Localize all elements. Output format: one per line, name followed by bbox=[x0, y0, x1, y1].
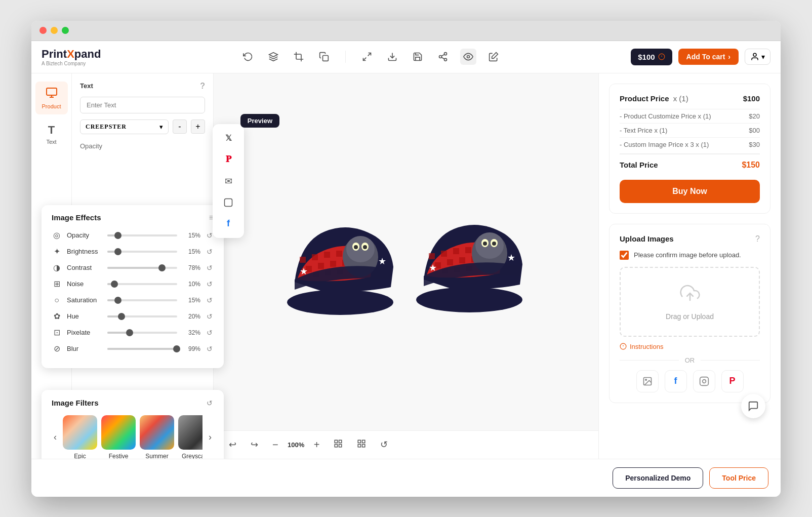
font-decrease-button[interactable]: - bbox=[173, 120, 187, 134]
redo-button[interactable]: ↪ bbox=[248, 436, 261, 453]
svg-rect-22 bbox=[312, 254, 318, 260]
chat-fab[interactable] bbox=[741, 394, 765, 418]
instructions-text: Instructions bbox=[630, 343, 663, 350]
zoom-out-button[interactable]: − bbox=[269, 436, 281, 454]
slider-pixelate[interactable] bbox=[107, 332, 177, 334]
svg-line-2 bbox=[368, 53, 371, 56]
browser-window: PrintXpand A Biztech Company bbox=[31, 21, 781, 497]
instagram-upload-button[interactable] bbox=[693, 370, 715, 392]
svg-rect-48 bbox=[447, 259, 453, 265]
duplicate-button[interactable] bbox=[316, 49, 332, 65]
filter-greyscale[interactable]: Greyscale bbox=[178, 415, 202, 459]
filter-label-festive: Festive bbox=[109, 453, 129, 459]
copy-link-button[interactable] bbox=[218, 194, 239, 211]
price-row: - Text Price x (1) $00 bbox=[620, 123, 760, 137]
sidebar-item-product[interactable]: Product bbox=[35, 82, 68, 114]
download-button[interactable] bbox=[384, 49, 400, 65]
close-button[interactable] bbox=[39, 27, 47, 34]
text-input[interactable] bbox=[80, 97, 205, 113]
reset-hue-button[interactable]: ↺ bbox=[206, 311, 214, 322]
help-icon[interactable]: ? bbox=[200, 82, 205, 91]
reset-saturation-button[interactable]: ↺ bbox=[206, 295, 214, 305]
pinterest-share-button[interactable]: 𝐏 bbox=[218, 150, 239, 169]
slider-blur[interactable] bbox=[107, 348, 177, 350]
upload-dropzone[interactable]: Drag or Upload bbox=[620, 267, 760, 337]
reset-brightness-button[interactable]: ↺ bbox=[206, 247, 214, 257]
svg-point-10 bbox=[467, 56, 470, 58]
filter-epic[interactable]: Epic bbox=[63, 415, 97, 459]
social-share-popup: 𝕏 𝐏 ✉ f bbox=[213, 124, 244, 238]
tool-price-button[interactable]: Tool Price bbox=[709, 467, 768, 489]
arrow-right-icon: › bbox=[728, 53, 730, 61]
svg-rect-70 bbox=[362, 444, 365, 447]
share-button[interactable] bbox=[435, 49, 451, 65]
filter-festive[interactable]: Festive bbox=[101, 415, 136, 459]
effect-label-pixelate: Pixelate bbox=[67, 329, 102, 336]
value-saturation: 15% bbox=[182, 297, 200, 304]
fill-button[interactable] bbox=[485, 49, 502, 65]
svg-point-57 bbox=[475, 232, 504, 259]
reset-contrast-button[interactable]: ↺ bbox=[206, 263, 214, 273]
buy-now-button[interactable]: Buy Now bbox=[620, 180, 760, 203]
total-label: Total Price bbox=[620, 161, 658, 169]
slider-saturation[interactable] bbox=[107, 299, 177, 301]
reset-pixelate-button[interactable]: ↺ bbox=[206, 328, 214, 338]
slider-hue[interactable] bbox=[107, 315, 177, 317]
save-button[interactable] bbox=[410, 49, 426, 65]
value-contrast: 78% bbox=[182, 264, 200, 271]
effect-row-blur: ⊘ Blur 99% ↺ bbox=[52, 344, 214, 354]
add-to-cart-button[interactable]: Add To cart › bbox=[678, 49, 739, 65]
reset-noise-button[interactable]: ↺ bbox=[206, 279, 214, 289]
slider-noise[interactable] bbox=[107, 283, 177, 285]
upload-help-icon[interactable]: ? bbox=[755, 234, 760, 244]
twitter-share-button[interactable]: 𝕏 bbox=[218, 129, 239, 147]
expand-button[interactable] bbox=[359, 49, 375, 65]
product-label: Product bbox=[42, 103, 61, 109]
font-increase-button[interactable]: + bbox=[191, 120, 205, 134]
pinterest-upload-button[interactable]: P bbox=[721, 370, 744, 392]
reset-blur-button[interactable]: ↺ bbox=[206, 344, 214, 354]
facebook-upload-button[interactable]: f bbox=[665, 370, 687, 392]
personalized-demo-button[interactable]: Personalized Demo bbox=[613, 467, 703, 489]
filter-summer[interactable]: Summer bbox=[140, 415, 174, 459]
preview-tooltip: Preview bbox=[240, 114, 279, 128]
filters-reset-button[interactable]: ↺ bbox=[206, 398, 214, 408]
svg-rect-64 bbox=[335, 440, 338, 443]
app-content: PrintXpand A Biztech Company bbox=[31, 41, 781, 497]
svg-point-38 bbox=[354, 245, 358, 249]
minimize-button[interactable] bbox=[51, 27, 58, 34]
slider-brightness[interactable] bbox=[107, 251, 177, 253]
rotate-left-button[interactable] bbox=[240, 49, 256, 65]
font-dropdown[interactable]: CREEPSTER ▾ bbox=[80, 120, 169, 134]
crop-button[interactable] bbox=[291, 49, 307, 65]
instructions-link[interactable]: Instructions bbox=[620, 343, 760, 350]
user-menu-button[interactable]: ▾ bbox=[745, 49, 770, 65]
maximize-button[interactable] bbox=[62, 27, 69, 34]
email-share-button[interactable]: ✉ bbox=[218, 172, 239, 191]
svg-rect-43 bbox=[429, 253, 435, 259]
fit-canvas-button[interactable] bbox=[331, 436, 346, 454]
shoes-svg: ★ ★ bbox=[279, 181, 533, 323]
zoom-in-button[interactable]: + bbox=[311, 436, 323, 454]
confirm-checkbox[interactable] bbox=[620, 251, 629, 260]
font-selector: CREEPSTER ▾ - + bbox=[80, 120, 205, 134]
effect-label-blur: Blur bbox=[67, 345, 102, 352]
slider-contrast[interactable] bbox=[107, 267, 177, 269]
filters-next-button[interactable]: › bbox=[207, 430, 214, 445]
svg-rect-66 bbox=[339, 444, 342, 447]
undo-button[interactable]: ↩ bbox=[226, 436, 239, 453]
filters-prev-button[interactable]: ‹ bbox=[52, 430, 59, 445]
effect-row-pixelate: ⊡ Pixelate 32% ↺ bbox=[52, 328, 214, 338]
svg-point-60 bbox=[483, 242, 487, 246]
refresh-button[interactable]: ↺ bbox=[377, 436, 391, 453]
grid-button[interactable] bbox=[354, 436, 369, 454]
slider-opacity[interactable] bbox=[107, 234, 177, 236]
facebook-share-button[interactable]: f bbox=[218, 214, 239, 233]
value-hue: 20% bbox=[182, 313, 200, 320]
preview-button[interactable] bbox=[460, 49, 476, 65]
effect-icon-noise: ⊞ bbox=[52, 279, 62, 289]
layers-button[interactable] bbox=[265, 49, 281, 65]
price-row-label: - Product Customize Price x (1) bbox=[620, 112, 711, 120]
gallery-upload-button[interactable] bbox=[636, 370, 659, 392]
sidebar-item-text[interactable]: T Text bbox=[35, 118, 68, 150]
